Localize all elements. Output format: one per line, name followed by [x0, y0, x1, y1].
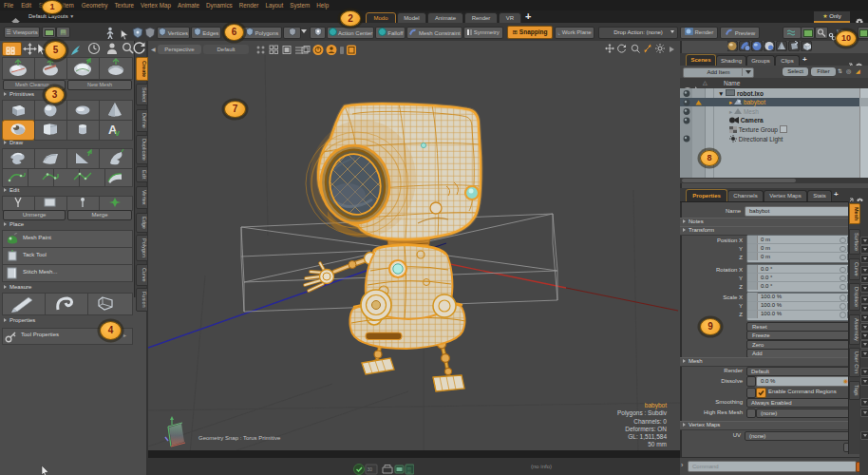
svg-text:30: 30 [368, 466, 373, 472]
svg-text:v: v [115, 128, 120, 138]
svg-text:░: ░ [407, 467, 412, 474]
